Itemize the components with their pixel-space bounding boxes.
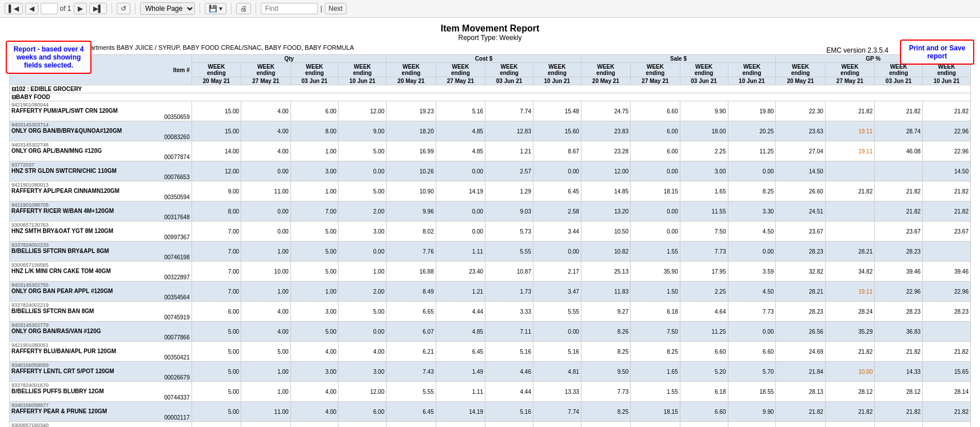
- gp-w4-cell: 22.96: [923, 121, 971, 141]
- cost-w2-cell: 23.40: [436, 262, 485, 282]
- save-button[interactable]: 💾 ▾: [205, 3, 226, 14]
- qty-w3-cell: 5.00: [290, 262, 338, 282]
- page-number-input[interactable]: 1: [41, 3, 58, 14]
- cost-w4-cell: 13.33: [533, 382, 581, 402]
- table-row: 9340156059059RAFFERTY LENTL CRT S/POT 12…: [10, 362, 971, 382]
- cost-w3-cell: 1.15: [485, 422, 533, 428]
- gp-w2-cell: 28.24: [825, 302, 874, 322]
- item-desc-cell: 9300657156565HNZ L/K MINI CRN CAKE TOM 4…: [10, 262, 192, 282]
- gp-w2-cell: 10.00: [825, 362, 874, 382]
- qty-w1-cell: 9.00: [192, 181, 241, 201]
- qty-w2-cell: 11.00: [241, 181, 290, 201]
- prev-page-button[interactable]: ◀: [25, 3, 38, 14]
- gp-w2-cell: [825, 222, 874, 242]
- qty-w2-cell: 11.00: [241, 402, 290, 422]
- next-page-button[interactable]: ▶: [74, 3, 87, 14]
- gp-w1-cell: 21.84: [776, 362, 825, 382]
- cost-w3-cell: 5.16: [485, 402, 533, 422]
- back-button[interactable]: ↺: [117, 3, 130, 14]
- cost-w1-cell: 10.90: [387, 181, 436, 201]
- sale-w3-cell: 2.25: [680, 282, 728, 302]
- sale-w1-cell: 23.83: [581, 121, 630, 141]
- sale-w2-cell: 0.00: [631, 201, 680, 222]
- sale-w1-cell: 8.26: [581, 322, 630, 342]
- gp-w1-cell: 21.82: [776, 402, 825, 422]
- gp-w2-cell: 19.11: [825, 141, 874, 161]
- sale-w4-cell: 4.50: [728, 222, 776, 242]
- gp-w4-cell: 21.82: [923, 181, 971, 201]
- qty-w1-cell: 7.00: [192, 242, 241, 262]
- sale-w1-cell: 7.73: [581, 382, 630, 402]
- sale-w4-cell: 5.70: [728, 362, 776, 382]
- gp-w3-cell: 28.12: [875, 382, 923, 402]
- qty-w4-cell: 9.00: [338, 121, 387, 141]
- qty-w2-cell: 4.00: [241, 302, 290, 322]
- find-next-button[interactable]: Next: [325, 3, 347, 14]
- table-row: 9337824001670B/BELLIES PUFFS BLUBRY 12GM…: [10, 382, 971, 402]
- item-desc-cell: 9340156059059RAFFERTY LENTL CRT S/POT 12…: [10, 362, 192, 382]
- item-desc-cell: 9340156058977RAFFERTY PEAR & PRUNE 120GM…: [10, 402, 192, 422]
- gp-w2-cell: 19.11: [825, 282, 874, 302]
- qty-w1-cell: 15.00: [192, 121, 241, 141]
- zoom-select[interactable]: Whole Page 75% 100% 150%: [140, 2, 195, 15]
- last-page-button[interactable]: ▶▌: [89, 3, 107, 14]
- sale-w1-cell: 14.85: [581, 181, 630, 201]
- qty-w4-cell: 0.00: [338, 322, 387, 342]
- qty-w4-cell: 1.00: [338, 262, 387, 282]
- gp-w4-cell: 22.96: [923, 282, 971, 302]
- qty-w3-cell: 6.00: [290, 101, 338, 121]
- cost-w4-cell: 0.00: [533, 322, 581, 342]
- qty-w4-cell: 4.00: [338, 342, 387, 362]
- table-row: 93772037HNZ STR GLDN SWTCRN/CHIC 110GM00…: [10, 161, 971, 181]
- sale-week4-date: 10 Jun 21: [728, 77, 776, 85]
- first-page-button[interactable]: ▌◀: [5, 3, 23, 14]
- qty-w3-cell: 8.00: [290, 121, 338, 141]
- gp-w2-cell: 34.82: [825, 262, 874, 282]
- cost-w1-cell: 10.26: [387, 161, 436, 181]
- gp-w3-cell: 21.82: [875, 181, 923, 201]
- gp-w1-cell: 28.23: [776, 242, 825, 262]
- item-desc-cell: 9421901080051RAFFERTY BLU/BAN/APL PUR 12…: [10, 342, 192, 362]
- gp-w3-cell: 36.83: [875, 322, 923, 342]
- sale-week1-label: WEEKending: [581, 63, 630, 77]
- find-input[interactable]: [261, 3, 318, 14]
- cost-w3-cell: 2.57: [485, 161, 533, 181]
- qty-w4-cell: 12.00: [338, 382, 387, 402]
- col-qty-header: Qty: [192, 55, 387, 63]
- gp-w3-cell: 21.82: [875, 101, 923, 121]
- item-desc-cell: 9337824001670B/BELLIES PUFFS BLUBRY 12GM…: [10, 382, 192, 402]
- cost-w2-cell: 14.19: [436, 402, 485, 422]
- qty-w3-cell: 4.00: [290, 382, 338, 402]
- sale-w4-cell: 0.00: [728, 242, 776, 262]
- qty-w4-cell: 5.00: [338, 141, 387, 161]
- qty-week2-label: WEEKending: [241, 63, 290, 77]
- cost-w3-cell: 9.03: [485, 201, 533, 222]
- sale-w1-cell: 10.50: [581, 222, 630, 242]
- gp-w1-cell: 23.67: [776, 422, 825, 428]
- gp-w3-cell: 21.82: [875, 342, 923, 362]
- gp-w2-cell: 28.12: [825, 382, 874, 402]
- separator-2: [135, 3, 136, 14]
- qty-w3-cell: 7.00: [290, 201, 338, 222]
- sale-w2-cell: 35.90: [631, 262, 680, 282]
- sale-w2-cell: 9.00: [631, 422, 680, 428]
- cost-w2-cell: 0.00: [436, 161, 485, 181]
- gp-w3-cell: 21.82: [875, 402, 923, 422]
- qty-w3-cell: 3.00: [290, 302, 338, 322]
- cost-w3-cell: 3.33: [485, 302, 533, 322]
- sale-w1-cell: 13.20: [581, 201, 630, 222]
- gp-w2-cell: 21.82: [825, 402, 874, 422]
- gp-w1-cell: 26.60: [776, 181, 825, 201]
- gp-w3-cell: 23.67: [875, 422, 923, 428]
- cost-week4-date: 10 Jun 21: [533, 77, 581, 85]
- print-button[interactable]: 🖨: [236, 3, 251, 14]
- qty-w2-cell: 0.00: [241, 161, 290, 181]
- annotation-print: Print and or Save report: [900, 39, 974, 65]
- cost-w4-cell: 5.55: [533, 302, 581, 322]
- qty-w4-cell: 3.00: [338, 362, 387, 382]
- sale-week2-date: 27 May 21: [631, 77, 680, 85]
- qty-w3-cell: 1.00: [290, 282, 338, 302]
- cost-w1-cell: 7.76: [387, 242, 436, 262]
- item-desc-cell: 9403145302748ONLY ORG APL/BAN/MNG #120G0…: [10, 141, 192, 161]
- qty-w1-cell: 5.00: [192, 322, 241, 342]
